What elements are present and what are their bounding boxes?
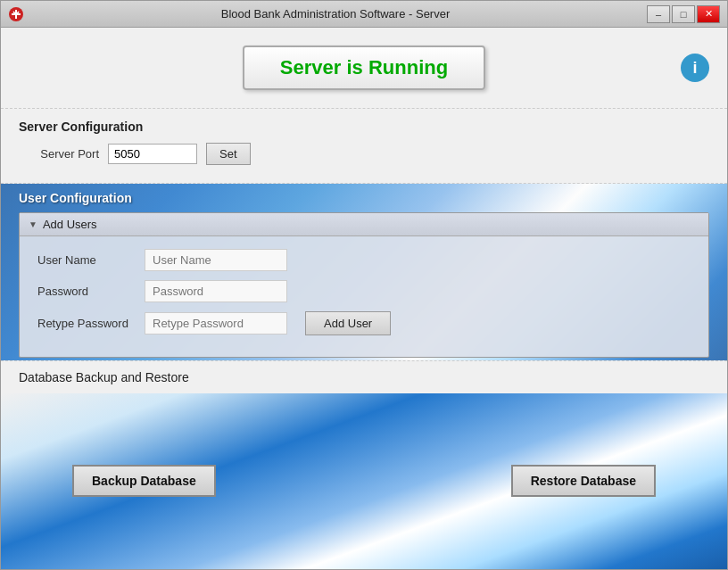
database-buttons: Backup Database Restore Database (1, 393, 727, 570)
server-port-label: Server Port (19, 147, 99, 161)
add-users-arrow: ▼ (29, 219, 37, 229)
password-row: Password (37, 280, 691, 302)
username-input[interactable] (145, 249, 287, 271)
server-port-input[interactable] (108, 144, 197, 164)
server-config-title: Server Configuration (19, 120, 709, 134)
add-users-panel-header[interactable]: ▼ Add Users (20, 213, 708, 236)
info-icon-button[interactable]: i (681, 54, 709, 82)
server-port-row: Server Port Set (19, 143, 709, 165)
server-config-section: Server Configuration Server Port Set (1, 109, 727, 184)
content-area: Server is Running i Server Configuration… (1, 28, 727, 569)
password-input[interactable] (145, 280, 287, 302)
main-window: Blood Bank Administration Software - Ser… (0, 0, 728, 570)
add-users-panel-title: Add Users (43, 218, 97, 231)
retype-password-row: Retype Password Add User (37, 311, 691, 335)
minimize-button[interactable]: – (647, 5, 670, 23)
close-button[interactable]: ✕ (697, 5, 720, 23)
bottom-area: Backup Database Restore Database (1, 393, 727, 570)
user-section-inner: User Configuration ▼ Add Users User Name… (1, 184, 727, 361)
backup-database-button[interactable]: Backup Database (72, 465, 216, 497)
user-config-title: User Configuration (19, 191, 709, 205)
add-user-button[interactable]: Add User (305, 311, 391, 335)
password-label: Password (37, 285, 136, 298)
database-section-header: Database Backup and Restore (1, 361, 727, 393)
retype-password-label: Retype Password (37, 317, 136, 330)
title-bar: Blood Bank Administration Software - Ser… (1, 1, 727, 28)
add-users-panel-body: User Name Password Retype Password Add U… (20, 236, 708, 357)
retype-password-input[interactable] (145, 312, 287, 335)
restore-button[interactable]: □ (672, 5, 695, 23)
username-label: User Name (37, 253, 136, 267)
window-controls: – □ ✕ (647, 5, 720, 23)
server-status-button: Server is Running (243, 45, 485, 90)
database-title: Database Backup and Restore (19, 370, 709, 384)
window-title: Blood Bank Administration Software - Ser… (24, 7, 647, 21)
user-config-section: User Configuration ▼ Add Users User Name… (1, 184, 727, 361)
add-users-panel: ▼ Add Users User Name Password (19, 212, 709, 358)
restore-database-button[interactable]: Restore Database (511, 465, 656, 497)
set-button[interactable]: Set (206, 143, 251, 165)
username-row: User Name (37, 249, 691, 271)
app-icon (8, 6, 24, 22)
status-area: Server is Running i (1, 28, 727, 109)
